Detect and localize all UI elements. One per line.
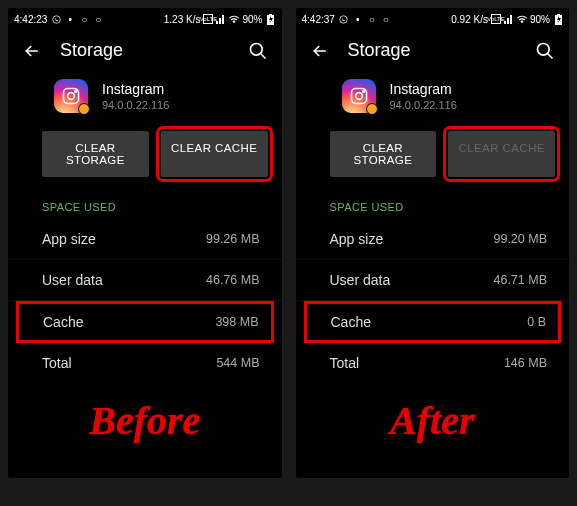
row-value: 99.26 MB xyxy=(206,232,260,246)
svg-point-10 xyxy=(538,43,550,55)
row-cache: Cache 0 B xyxy=(304,301,562,343)
app-version: 94.0.0.22.116 xyxy=(102,99,169,111)
row-cache: Cache 398 MB xyxy=(16,301,274,343)
status-time: 4:42:37 xyxy=(302,14,335,25)
status-battery: 90% xyxy=(530,14,550,25)
svg-rect-8 xyxy=(557,14,560,15)
status-bar: 4:42:37 • ○ ○ 0.92 K/s VoLTE 90% xyxy=(296,8,570,30)
row-total: Total 146 MB xyxy=(296,343,570,383)
svg-point-6 xyxy=(75,91,77,93)
row-value: 46.71 MB xyxy=(493,273,547,287)
status-time: 4:42:23 xyxy=(14,14,47,25)
app-bar: Storage xyxy=(296,30,570,75)
app-info: Instagram 94.0.0.22.116 xyxy=(8,75,282,131)
dot-icon: • xyxy=(353,14,363,24)
svg-point-0 xyxy=(53,15,61,23)
dot-icon: ○ xyxy=(381,14,391,24)
row-value: 46.76 MB xyxy=(206,273,260,287)
wifi-icon xyxy=(517,14,527,24)
row-label: Cache xyxy=(331,314,371,330)
back-icon[interactable] xyxy=(22,41,42,61)
app-bar: Storage xyxy=(8,30,282,75)
page-title: Storage xyxy=(348,40,518,61)
dot-icon: ○ xyxy=(367,14,377,24)
app-name: Instagram xyxy=(390,81,457,97)
row-value: 99.20 MB xyxy=(493,232,547,246)
caption-after: After xyxy=(296,397,570,444)
svg-point-3 xyxy=(250,43,262,55)
row-app-size: App size 99.20 MB xyxy=(296,219,570,260)
status-battery: 90% xyxy=(242,14,262,25)
row-label: App size xyxy=(42,231,96,247)
row-app-size: App size 99.26 MB xyxy=(8,219,282,260)
section-space-used: SPACE USED xyxy=(8,177,282,219)
whatsapp-icon xyxy=(51,14,61,24)
row-value: 544 MB xyxy=(216,356,259,370)
caption-before: Before xyxy=(8,397,282,444)
svg-point-7 xyxy=(340,15,348,23)
row-label: App size xyxy=(330,231,384,247)
row-value: 398 MB xyxy=(215,315,258,329)
row-value: 0 B xyxy=(527,315,546,329)
whatsapp-icon xyxy=(339,14,349,24)
row-total: Total 544 MB xyxy=(8,343,282,383)
search-icon[interactable] xyxy=(248,41,268,61)
row-label: Cache xyxy=(43,314,83,330)
signal-icon xyxy=(504,14,514,24)
row-label: Total xyxy=(42,355,72,371)
search-icon[interactable] xyxy=(535,41,555,61)
svg-point-5 xyxy=(68,93,75,100)
app-name: Instagram xyxy=(102,81,169,97)
row-user-data: User data 46.71 MB xyxy=(296,260,570,301)
clear-cache-button: CLEAR CACHE xyxy=(448,131,555,177)
clear-storage-button[interactable]: CLEAR STORAGE xyxy=(42,131,149,177)
volte-icon: VoLTE xyxy=(491,14,501,24)
row-label: User data xyxy=(330,272,391,288)
svg-rect-1 xyxy=(269,14,272,15)
row-label: User data xyxy=(42,272,103,288)
clear-cache-button[interactable]: CLEAR CACHE xyxy=(161,131,268,177)
panel-before: 4:42:23 • ○ ○ 1.23 K/s VoLTE 90% Storage… xyxy=(8,8,282,478)
status-speed: 1.23 K/s xyxy=(164,14,201,25)
status-speed: 0.92 K/s xyxy=(451,14,488,25)
back-icon[interactable] xyxy=(310,41,330,61)
app-version: 94.0.0.22.116 xyxy=(390,99,457,111)
section-space-used: SPACE USED xyxy=(296,177,570,219)
wifi-icon xyxy=(229,14,239,24)
app-info: Instagram 94.0.0.22.116 xyxy=(296,75,570,131)
instagram-icon xyxy=(54,79,88,113)
svg-point-13 xyxy=(362,91,364,93)
instagram-icon xyxy=(342,79,376,113)
svg-point-12 xyxy=(355,93,362,100)
volte-icon: VoLTE xyxy=(203,14,213,24)
battery-icon xyxy=(266,14,276,24)
row-value: 146 MB xyxy=(504,356,547,370)
dot-icon: ○ xyxy=(79,14,89,24)
page-title: Storage xyxy=(60,40,230,61)
status-bar: 4:42:23 • ○ ○ 1.23 K/s VoLTE 90% xyxy=(8,8,282,30)
dot-icon: ○ xyxy=(93,14,103,24)
row-label: Total xyxy=(330,355,360,371)
dot-icon: • xyxy=(65,14,75,24)
signal-icon xyxy=(216,14,226,24)
clear-storage-button[interactable]: CLEAR STORAGE xyxy=(330,131,437,177)
row-user-data: User data 46.76 MB xyxy=(8,260,282,301)
panel-after: 4:42:37 • ○ ○ 0.92 K/s VoLTE 90% Storage… xyxy=(296,8,570,478)
battery-icon xyxy=(553,14,563,24)
